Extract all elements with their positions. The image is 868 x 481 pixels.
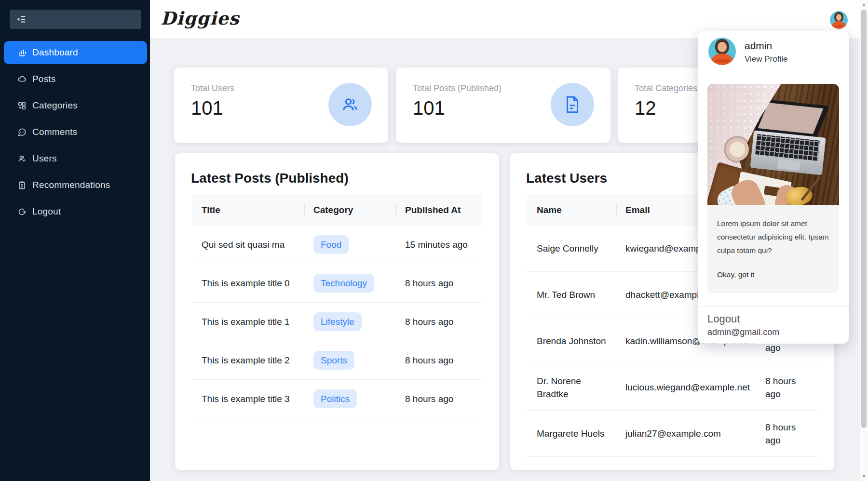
chat-bubble-icon — [17, 128, 27, 137]
sidebar-item-posts[interactable]: Posts — [4, 67, 147, 91]
sidebar-item-categories[interactable]: Categories — [4, 94, 147, 117]
table-row: Qui sed sit quasi ma Food 15 minutes ago — [192, 226, 482, 264]
view-profile-link[interactable]: View Profile — [745, 54, 787, 64]
sidebar-item-label: Users — [32, 153, 57, 164]
divider — [698, 306, 849, 307]
people-icon — [17, 154, 27, 163]
published-at: 8 hours ago — [395, 277, 482, 290]
category-badge: Sports — [313, 351, 354, 370]
sidebar-item-label: Recommendations — [32, 180, 110, 190]
user-avatar[interactable] — [830, 11, 848, 29]
stat-card-total-posts: Total Posts (Published) 101 — [396, 67, 610, 143]
category-badge: Technology — [313, 274, 374, 293]
category-grid-icon — [17, 101, 27, 110]
user-created-at: 8 hours ago — [756, 374, 817, 401]
post-title: Qui sed sit quasi ma — [192, 238, 304, 251]
published-at: 8 hours ago — [395, 315, 482, 328]
sidebar-item-label: Dashboard — [32, 47, 78, 58]
people-icon — [328, 83, 372, 126]
post-title: This is example title 0 — [192, 277, 304, 290]
dismiss-button[interactable]: Okay, got it — [717, 270, 839, 279]
desk-photo — [707, 84, 839, 205]
scrollbar-thumb[interactable] — [861, 10, 867, 428]
category-badge: Food — [313, 235, 349, 254]
user-created-at: 8 hours ago — [756, 421, 817, 447]
sidebar-item-comments[interactable]: Comments — [4, 120, 147, 144]
profile-email: admin@gmail.com — [707, 327, 779, 337]
sidebar-item-logout[interactable]: Logout — [4, 200, 147, 223]
user-email: julian27@example.com — [616, 427, 756, 440]
sidebar-collapse-button[interactable] — [10, 10, 141, 29]
table-row: This is example title 1 Lifestyle 8 hour… — [192, 303, 482, 341]
category-badge: Politics — [313, 389, 357, 408]
published-at: 15 minutes ago — [395, 238, 482, 251]
bar-chart-icon — [17, 48, 27, 57]
logout-link[interactable]: Logout — [707, 313, 740, 325]
user-name: Brenda Johnston — [527, 334, 616, 347]
sidebar-item-recommendations[interactable]: Recommendations — [4, 174, 147, 197]
sidebar-item-label: Comments — [32, 127, 77, 137]
promo-message: Lorem ipsum dolor sit amet consectetur a… — [707, 205, 839, 293]
sidebar-item-users[interactable]: Users — [4, 147, 147, 170]
profile-dropdown: admin View Profile Lorem ipsum dolor s — [698, 31, 849, 344]
table-row: This is example title 0 Technology 8 hou… — [192, 264, 482, 303]
stat-label: Total Categories — [635, 83, 697, 94]
app-logo[interactable]: Diggies — [161, 8, 239, 29]
published-at: 8 hours ago — [395, 392, 482, 405]
logout-icon — [17, 207, 27, 216]
table-row: Dr. Norene Bradtke lucious.wiegand@examp… — [527, 364, 817, 411]
user-email: lucious.wiegand@example.net — [616, 381, 756, 394]
user-name: Margarete Huels — [527, 427, 616, 440]
sidebar-item-label: Logout — [32, 206, 61, 217]
sidebar: Dashboard Posts Categories Comments User… — [0, 0, 150, 481]
post-title: This is example title 3 — [192, 392, 304, 405]
cloud-icon — [17, 75, 27, 84]
sidebar-item-dashboard[interactable]: Dashboard — [4, 41, 147, 64]
latest-posts-table: Title Category Published At Qui sed sit … — [192, 194, 482, 418]
stat-value: 101 — [191, 97, 223, 119]
latest-posts-card: Latest Posts (Published) Title Category … — [175, 153, 499, 470]
sidebar-item-label: Posts — [32, 74, 56, 84]
stat-label: Total Users — [191, 83, 234, 94]
table-row: Margarete Huels julian27@example.com 8 h… — [527, 411, 817, 457]
profile-promo-card: Lorem ipsum dolor sit amet consectetur a… — [707, 84, 839, 293]
clipboard-icon — [17, 181, 27, 190]
user-name: Saige Connelly — [527, 242, 616, 255]
published-at: 8 hours ago — [395, 354, 482, 367]
stat-value: 101 — [413, 97, 445, 119]
column-header-published-at: Published At — [395, 194, 482, 226]
user-name: Mr. Ted Brown — [527, 288, 616, 301]
scrollbar[interactable]: ▲ ▼ — [860, 0, 868, 481]
stat-label: Total Posts (Published) — [413, 83, 502, 94]
outdent-icon — [16, 14, 27, 25]
table-header: Title Category Published At — [192, 194, 482, 226]
profile-avatar — [708, 38, 736, 65]
profile-dropdown-header: admin View Profile — [698, 31, 849, 72]
table-row: This is example title 3 Politics 8 hours… — [192, 380, 482, 418]
profile-username: admin — [745, 40, 772, 52]
post-title: This is example title 2 — [192, 354, 304, 367]
card-title: Latest Posts (Published) — [191, 171, 349, 186]
card-title: Latest Users — [526, 171, 607, 186]
scroll-up-arrow[interactable]: ▲ — [861, 2, 867, 7]
stat-value: 12 — [635, 97, 656, 119]
table-row: This is example title 2 Sports 8 hours a… — [192, 341, 482, 380]
sidebar-item-label: Categories — [32, 100, 78, 111]
category-badge: Lifestyle — [313, 312, 362, 331]
document-icon — [551, 83, 594, 126]
post-title: This is example title 1 — [192, 315, 304, 328]
user-name: Dr. Norene Bradtke — [527, 374, 616, 401]
column-header-category: Category — [304, 194, 395, 226]
stat-card-total-users: Total Users 101 — [174, 67, 388, 143]
scroll-down-arrow[interactable]: ▼ — [861, 474, 867, 479]
column-header-name: Name — [527, 194, 616, 226]
column-header-title: Title — [192, 194, 304, 226]
